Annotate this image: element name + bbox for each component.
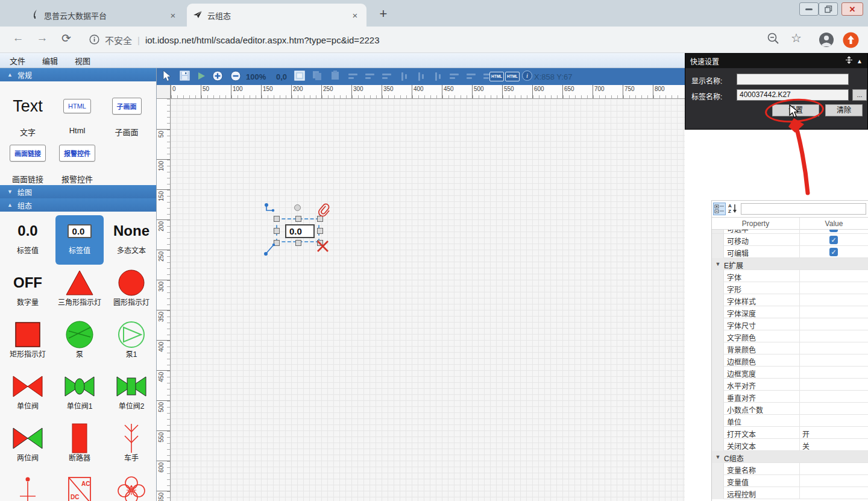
property-row[interactable]: 可移动✓ bbox=[712, 234, 868, 246]
browse-tags-button[interactable]: ... bbox=[852, 89, 867, 101]
connector-line-icon[interactable] bbox=[264, 242, 276, 258]
delete-icon[interactable] bbox=[316, 240, 329, 255]
resize-handle[interactable] bbox=[274, 228, 280, 234]
tab-close-icon[interactable]: × bbox=[168, 10, 178, 20]
design-canvas[interactable]: 0.0 bbox=[171, 99, 685, 501]
scada-item-矩形指示灯[interactable]: 矩形指示灯 bbox=[4, 319, 52, 368]
save-icon[interactable] bbox=[180, 71, 190, 83]
window-restore-button[interactable] bbox=[819, 2, 838, 16]
palette-item-4[interactable]: 画面链接画面链接 bbox=[2, 139, 53, 184]
section-collapse-icon[interactable]: ▼ bbox=[712, 258, 724, 270]
scada-item-单位阀1[interactable]: 单位阀1 bbox=[55, 371, 104, 420]
menu-item-2[interactable]: 编辑 bbox=[42, 55, 58, 66]
property-row[interactable]: 垂直对齐 bbox=[712, 391, 868, 403]
zoom-out-page-icon[interactable] bbox=[767, 32, 780, 48]
profile-avatar[interactable] bbox=[819, 32, 834, 50]
scada-item-刀闸[interactable]: 刀闸 bbox=[4, 474, 52, 501]
clear-button[interactable]: 清除 bbox=[825, 104, 863, 116]
palette-section-drawing[interactable]: ▼ 绘图 bbox=[0, 185, 157, 198]
property-row[interactable]: 关闭文本关 bbox=[712, 439, 868, 451]
display-name-input[interactable] bbox=[737, 74, 849, 85]
scada-item-泵[interactable]: 泵 bbox=[55, 319, 104, 368]
palette-item-5[interactable]: 报警控件报警控件 bbox=[52, 139, 102, 184]
align-icon-3[interactable] bbox=[382, 72, 393, 81]
window-close-button[interactable]: ✕ bbox=[841, 2, 863, 16]
scada-item-三角形指示灯[interactable]: 三角形指示灯 bbox=[55, 267, 104, 317]
reload-icon[interactable]: ⟳ bbox=[58, 31, 75, 45]
paste-icon[interactable] bbox=[330, 71, 340, 83]
checkbox-checked-icon[interactable]: ✓ bbox=[829, 248, 838, 256]
resize-handle[interactable] bbox=[295, 240, 301, 246]
align-icon-1[interactable] bbox=[348, 72, 359, 81]
palette-item-2[interactable]: HTMLHtml bbox=[52, 92, 102, 135]
quick-settings-header[interactable]: 快速设置 ▲ bbox=[685, 54, 867, 68]
url-text[interactable]: iot.idosp.net/html/scada/editor.aspx.htm… bbox=[145, 35, 380, 45]
scada-item-多态文本[interactable]: None多态文本 bbox=[107, 215, 156, 265]
zoom-in-icon[interactable] bbox=[212, 71, 223, 84]
tab-scada-editor[interactable]: 云组态 × bbox=[187, 4, 366, 27]
bookmark-star-icon[interactable]: ☆ bbox=[791, 31, 802, 45]
property-filter-box[interactable] bbox=[741, 203, 866, 215]
resize-handle[interactable] bbox=[295, 216, 301, 222]
scada-item-两位阀[interactable]: 两位阀 bbox=[4, 423, 52, 472]
property-row[interactable]: 小数点个数 bbox=[712, 403, 868, 415]
tag-value-element[interactable]: 0.0 bbox=[285, 224, 315, 238]
info-icon[interactable] bbox=[89, 34, 99, 46]
scada-item-PT[interactable]: PT bbox=[107, 474, 156, 501]
menu-item-1[interactable]: 文件 bbox=[10, 55, 25, 66]
palette-item-1[interactable]: Text文字 bbox=[2, 92, 53, 137]
scada-item-标签值[interactable]: 0.0标签值 bbox=[4, 215, 52, 265]
tab-close-icon[interactable]: × bbox=[350, 10, 360, 20]
column-header-property[interactable]: Property bbox=[712, 219, 799, 228]
property-row[interactable]: 文字颜色 bbox=[712, 330, 868, 342]
checkbox-checked-icon[interactable]: ✓ bbox=[829, 230, 838, 232]
property-row[interactable]: 字形 bbox=[712, 282, 868, 294]
scada-item-标签值[interactable]: 0.0标签值 bbox=[55, 215, 104, 265]
property-row[interactable]: 边框颜色 bbox=[712, 354, 868, 367]
run-icon[interactable] bbox=[198, 72, 206, 83]
property-row[interactable]: 变量值 bbox=[712, 475, 868, 487]
tab-dashboard[interactable]: 思普云大数据平台 × bbox=[25, 4, 184, 27]
dock-icon[interactable] bbox=[845, 56, 853, 66]
collapse-panel-icon[interactable]: ▲ bbox=[857, 58, 863, 65]
scada-item-圆形指示灯[interactable]: 圆形指示灯 bbox=[107, 267, 156, 317]
scada-item-车手[interactable]: 车手 bbox=[107, 423, 156, 472]
connector-elbow-icon[interactable] bbox=[264, 203, 276, 217]
align-icon-8[interactable] bbox=[467, 72, 477, 81]
property-row[interactable]: 水平对齐 bbox=[712, 379, 868, 391]
bind-tag-icon[interactable] bbox=[318, 203, 331, 220]
scada-item-单位阀2[interactable]: 单位阀2 bbox=[107, 371, 156, 420]
property-section-row[interactable]: ▼E扩展 bbox=[712, 258, 868, 270]
align-icon-6[interactable] bbox=[433, 72, 444, 81]
palette-item-3[interactable]: 子画面子画面 bbox=[101, 92, 152, 137]
canvas-settings-icon[interactable] bbox=[294, 71, 305, 83]
scada-item-数字量[interactable]: OFF数字量 bbox=[4, 267, 52, 317]
property-row[interactable]: 边框宽度 bbox=[712, 367, 868, 379]
align-icon-7[interactable] bbox=[450, 72, 461, 81]
property-row[interactable]: 远程控制 bbox=[712, 487, 868, 499]
property-row[interactable]: 背景颜色 bbox=[712, 342, 868, 354]
select-cursor-icon[interactable] bbox=[163, 71, 172, 84]
property-row[interactable]: 字体 bbox=[712, 270, 868, 282]
menu-item-3[interactable]: 视图 bbox=[75, 55, 90, 66]
property-row[interactable]: 单位 bbox=[712, 415, 868, 427]
property-section-row[interactable]: ▼C组态 bbox=[712, 451, 868, 463]
palette-section-general[interactable]: ▲ 常规 bbox=[0, 68, 157, 81]
palette-section-scada[interactable]: ▲ 组态 bbox=[0, 198, 157, 212]
align-icon-2[interactable] bbox=[365, 72, 376, 81]
scada-item-逆变器[interactable]: ACDC逆变器 bbox=[55, 474, 104, 501]
html-source-icon[interactable]: HTML bbox=[489, 72, 504, 81]
browser-update-icon[interactable] bbox=[843, 32, 859, 51]
checkbox-checked-icon[interactable]: ✓ bbox=[829, 236, 838, 244]
new-tab-button[interactable]: + bbox=[375, 6, 392, 23]
property-row[interactable]: 可选中✓ bbox=[712, 230, 868, 234]
copy-icon[interactable] bbox=[312, 71, 322, 83]
html-preview-icon[interactable]: HTML bbox=[505, 72, 520, 81]
scada-item-断路器[interactable]: 断路器 bbox=[55, 423, 104, 472]
scada-item-单位阀[interactable]: 单位阀 bbox=[4, 371, 52, 420]
property-row[interactable]: 打开文本开 bbox=[712, 427, 868, 439]
column-header-value[interactable]: Value bbox=[799, 219, 868, 228]
property-row[interactable]: 可编辑✓ bbox=[712, 246, 868, 258]
back-icon[interactable]: ← bbox=[10, 31, 27, 45]
property-row[interactable]: 字体尺寸 bbox=[712, 318, 868, 330]
